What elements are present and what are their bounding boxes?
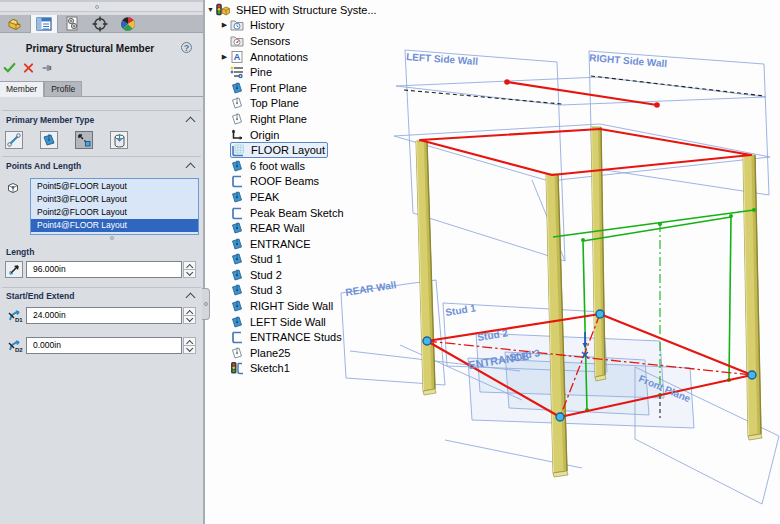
tree-item-stud-1[interactable]: Stud 1 xyxy=(205,252,390,268)
tree-item-floor-layout[interactable]: FLOOR Layout xyxy=(205,142,390,158)
tree-item-stud-2[interactable]: Stud 2 xyxy=(205,267,390,283)
tab-profile[interactable]: Profile xyxy=(44,81,82,97)
peak-plane[interactable] xyxy=(396,77,766,105)
points-list-item[interactable]: Point5@FLOOR Layout xyxy=(31,180,198,193)
tree-item-label: PEAK xyxy=(248,191,281,203)
tree-item-right-side-wall[interactable]: RIGHT Side Wall xyxy=(205,298,390,314)
pin-grey-icon xyxy=(41,60,54,76)
length-icon[interactable] xyxy=(5,261,23,278)
plane-outline-icon xyxy=(230,346,244,360)
tree-item-entrance[interactable]: ENTRANCE xyxy=(205,236,390,252)
plane-outline-icon xyxy=(230,112,244,126)
tree-item-rear-wall[interactable]: REAR Wall xyxy=(205,220,390,236)
length-input[interactable]: 96.000in xyxy=(26,261,182,278)
points-listbox[interactable]: Point5@FLOOR LayoutPoint3@FLOOR LayoutPo… xyxy=(30,178,199,235)
tree-item-front-plane[interactable]: Front Plane xyxy=(205,80,390,96)
green-sketch-point[interactable] xyxy=(752,208,756,212)
panel-top-splitter[interactable] xyxy=(0,0,203,12)
cancel-button[interactable] xyxy=(22,62,35,75)
tree-item-pine[interactable]: Pine xyxy=(205,64,390,80)
dimxpertmanager-tab[interactable] xyxy=(86,15,114,33)
tree-item-shed-with-structure-syste[interactable]: ▼SHED with Structure Syste... xyxy=(205,2,390,18)
right-post[interactable] xyxy=(743,155,762,440)
plane-blue-icon xyxy=(41,132,57,148)
points-list-item[interactable]: Point2@FLOOR Layout xyxy=(31,206,198,219)
display-sphere-icon xyxy=(119,15,137,33)
listbox-resize-grip[interactable] xyxy=(110,236,114,240)
green-sketch-line[interactable] xyxy=(553,210,754,237)
collapse-chevron-icon[interactable] xyxy=(187,292,195,300)
spinner-down-button[interactable] xyxy=(183,270,196,278)
tree-item-right-plane[interactable]: Right Plane xyxy=(205,111,390,127)
tree-item-label: Pine xyxy=(248,66,274,78)
floor-vertex-point[interactable] xyxy=(596,310,604,318)
tree-item-left-side-wall[interactable]: LEFT Side Wall xyxy=(205,314,390,330)
tree-item-top-plane[interactable]: Top Plane xyxy=(205,96,390,112)
planar-type-button[interactable] xyxy=(40,131,58,149)
green-sketch-line[interactable] xyxy=(583,217,731,241)
green-sketch-point[interactable] xyxy=(581,238,585,242)
tree-item-roof-beams[interactable]: ROOF Beams xyxy=(205,174,390,190)
tree-item-6-foot-walls[interactable]: 6 foot walls xyxy=(205,158,390,174)
green-sketch-point[interactable] xyxy=(729,214,733,218)
tree-expanded-arrow-icon[interactable]: ▼ xyxy=(205,6,216,13)
tree-item-origin[interactable]: Origin xyxy=(205,127,390,143)
collapse-chevron-icon[interactable] xyxy=(187,162,195,170)
panel-divider[interactable] xyxy=(203,0,205,524)
tab-member[interactable]: Member xyxy=(0,81,44,97)
ok-button[interactable] xyxy=(3,62,16,75)
green-sketch-point[interactable] xyxy=(658,222,662,226)
tree-item-label: Annotations xyxy=(248,51,310,63)
page-title: Primary Structural Member xyxy=(0,43,180,54)
tree-item-sensors[interactable]: Sensors xyxy=(205,33,390,49)
point-length-icon xyxy=(76,132,92,148)
tree-item-sketch1[interactable]: Sketch1 xyxy=(205,361,390,377)
tree-collapsed-arrow-icon[interactable]: ▶ xyxy=(219,21,230,29)
section-points-and-length: Points And Length xyxy=(6,161,81,171)
spinner-down-button[interactable] xyxy=(183,316,196,324)
panel-splitter-handle[interactable] xyxy=(202,288,210,320)
point-length-type-button[interactable] xyxy=(75,131,93,149)
tree-item-plane25[interactable]: Plane25 xyxy=(205,345,390,361)
green-sketch-line[interactable] xyxy=(729,217,731,380)
tree-item-label: Plane25 xyxy=(248,347,292,359)
spinner-down-button[interactable] xyxy=(183,346,196,354)
end-extend-input[interactable]: 0.000in xyxy=(26,337,182,354)
floor-vertex-point[interactable] xyxy=(556,413,564,421)
tree-item-annotations[interactable]: ▶AAnnotations xyxy=(205,49,390,65)
points-list-item[interactable]: Point4@FLOOR Layout xyxy=(31,219,198,232)
start-extend-input[interactable]: 24.000in xyxy=(26,307,182,324)
peak-sketch-point[interactable] xyxy=(504,79,510,85)
tree-collapsed-arrow-icon[interactable]: ▶ xyxy=(219,53,230,61)
propertymanager-tab[interactable] xyxy=(30,15,58,33)
path-segment-type-button[interactable] xyxy=(5,131,23,149)
end-extend-spinner xyxy=(183,337,196,354)
tree-item-label: Stud 3 xyxy=(248,284,284,296)
peak-sketch-point[interactable] xyxy=(654,102,660,108)
displaymanager-tab[interactable] xyxy=(114,15,142,33)
top-rect-sketch[interactable] xyxy=(420,129,751,175)
collapse-chevron-icon[interactable] xyxy=(187,116,195,124)
tree-item-peak[interactable]: PEAK xyxy=(205,189,390,205)
configurationmanager-tab[interactable] xyxy=(58,15,86,33)
svg-text:D1: D1 xyxy=(15,317,23,323)
points-list-item[interactable]: Point3@FLOOR Layout xyxy=(31,193,198,206)
tree-item-history[interactable]: ▶History xyxy=(205,18,390,34)
featuremanager-tab[interactable] xyxy=(2,15,30,33)
origin-icon xyxy=(230,128,244,142)
floor-vertex-point[interactable] xyxy=(423,337,431,345)
length-label: Length xyxy=(0,247,203,257)
tree-item-peak-beam-sketch[interactable]: Peak Beam Sketch xyxy=(205,205,390,221)
floor-vertex-point[interactable] xyxy=(748,371,756,379)
pin-button[interactable] xyxy=(41,62,54,75)
sketch-icon xyxy=(230,206,244,220)
tree-item-entrance-studs[interactable]: ENTRANCE Studs xyxy=(205,329,390,345)
help-button[interactable]: ? xyxy=(181,42,192,53)
tree-item-stud-3[interactable]: Stud 3 xyxy=(205,283,390,299)
sketch-edit-icon xyxy=(230,361,244,375)
svg-text:D2: D2 xyxy=(15,347,23,353)
left-post[interactable] xyxy=(416,141,436,395)
front-post[interactable] xyxy=(546,174,568,477)
profile-type-button[interactable] xyxy=(110,131,128,149)
tree-item-label: ROOF Beams xyxy=(248,175,321,187)
